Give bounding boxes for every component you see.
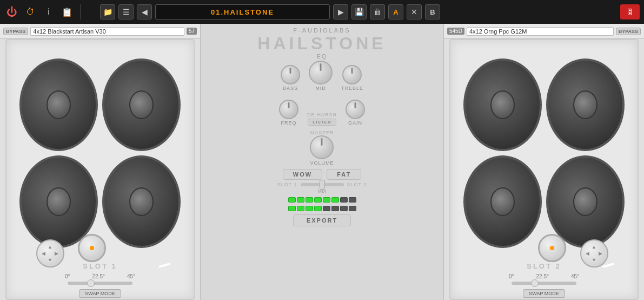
freq-group: FREQ <box>279 100 298 126</box>
slot2-speaker-1 <box>463 58 542 151</box>
deharsh-knob-row: FREQ DE-HARSH LISTEN GAIN <box>279 100 365 126</box>
vu-b3 <box>306 206 313 211</box>
slot2-mic-position-knob[interactable] <box>538 234 566 262</box>
wow-button[interactable]: WOW <box>283 169 322 180</box>
gain-knob[interactable] <box>346 100 365 119</box>
title-area: F-AUDIOLABS HaiLSTONE <box>257 27 386 54</box>
slot2-angle-45: 45° <box>571 273 579 279</box>
clock-icon[interactable]: ⏱ <box>23 4 38 19</box>
bass-knob[interactable] <box>281 65 300 84</box>
eq-label: EQ <box>317 54 327 60</box>
eq-section: EQ BASS MID TREBLE <box>281 54 363 91</box>
slot2-cab-name: 4x12 Orng Ppc G12M <box>467 27 614 36</box>
mid-label: MID <box>315 86 326 91</box>
mix-thumb[interactable] <box>320 180 325 190</box>
slot2-swap-button[interactable]: SWAP MODE <box>523 289 565 298</box>
mid-group: MID <box>309 61 333 91</box>
vu-1 <box>288 197 296 203</box>
slot1-header: BYPASS 4x12 Blackstart Artisan V30 57 <box>0 24 200 39</box>
next-button[interactable]: ▶ <box>333 4 348 19</box>
gain-group: GAIN <box>346 100 365 126</box>
slot1-swap-button[interactable]: SWAP MODE <box>79 289 121 298</box>
volume-group: VOLUME <box>310 135 334 166</box>
app-title: HaiLSTONE <box>257 34 386 54</box>
action-row: WOW FAT <box>283 169 361 180</box>
mid-knob[interactable] <box>309 61 333 84</box>
center-panel: EQ BASS MID TREBLE FR <box>200 24 444 300</box>
treble-group: TREBLE <box>341 65 363 91</box>
treble-knob[interactable] <box>342 65 362 84</box>
slot2-header: 545D 4x12 Orng Ppc G12M BYPASS <box>444 24 644 39</box>
slot2-cabinet-image: ▲ ◀▶ ▼ 0° 22.5° 45° SWAP MODE SLOT 2 <box>444 39 644 300</box>
slot1-angle-22: 22.5° <box>92 273 104 279</box>
vu-b2 <box>297 206 304 211</box>
freq-knob[interactable] <box>279 100 298 119</box>
slot1-bypass-button[interactable]: BYPASS <box>3 28 28 35</box>
volume-label: VOLUME <box>310 160 334 166</box>
slot2-angle-thumb[interactable] <box>531 279 539 287</box>
vu-5 <box>323 197 330 203</box>
prev-button[interactable]: ◀ <box>137 4 152 19</box>
vu-6 <box>331 197 339 203</box>
export-button[interactable]: EXPORT <box>293 214 351 226</box>
vu-b1 <box>288 206 296 211</box>
list-button[interactable]: ☰ <box>118 4 134 19</box>
slot1-direction-knob[interactable]: ▲ ◀▶ ▼ <box>36 239 64 268</box>
slot1-speaker-grid <box>11 50 189 257</box>
master-label: MASTER <box>310 130 334 135</box>
listen-button[interactable]: LISTEN <box>308 119 336 126</box>
slot2-angle-22: 22.5° <box>536 273 548 279</box>
vu-4 <box>314 197 322 203</box>
preset-icon[interactable]: 🎛 <box>620 4 640 19</box>
slot1-label: SLOT 1 <box>83 260 117 270</box>
slot1-angle-thumb[interactable] <box>87 279 95 287</box>
vu-b7 <box>340 206 348 211</box>
slot2-cab-num: 545D <box>447 28 464 35</box>
slot1-angle-45: 45° <box>127 273 135 279</box>
vu-meter-bottom <box>288 206 356 211</box>
vu-b6 <box>331 206 339 211</box>
power-icon[interactable]: ⏻ <box>4 4 19 19</box>
info-icon[interactable]: i <box>41 4 56 19</box>
slot2-direction-knob[interactable]: ▲ ◀▶ ▼ <box>580 239 608 268</box>
vu-3 <box>306 197 313 203</box>
delete-button[interactable]: 🗑 <box>370 4 385 19</box>
a-button[interactable]: A <box>388 4 403 19</box>
slot2-bypass-button[interactable]: BYPASS <box>616 28 641 35</box>
vu-2 <box>297 197 304 203</box>
volume-knob[interactable] <box>310 135 334 159</box>
slot2-angle-slider[interactable] <box>512 282 576 285</box>
slot1-mic-position-knob[interactable] <box>78 234 106 262</box>
slot2: 545D 4x12 Orng Ppc G12M BYPASS ▲ ◀▶ ▼ <box>444 24 644 300</box>
separator <box>80 4 81 19</box>
bass-group: BASS <box>281 65 300 91</box>
fat-button[interactable]: FAT <box>327 169 361 180</box>
ab-cross-button[interactable]: ✕ <box>407 4 422 19</box>
slot1: BYPASS 4x12 Blackstart Artisan V30 57 ▲ <box>0 24 200 300</box>
preset-display: 01.HAILSTONE <box>155 4 330 19</box>
vu-b4 <box>314 206 322 211</box>
toolbar: ⏻ ⏱ i 📋 📁 ☰ ◀ 01.HAILSTONE ▶ 💾 🗑 A ✕ B 🎛 <box>0 0 644 24</box>
b-button[interactable]: B <box>425 4 440 19</box>
bass-label: BASS <box>283 86 298 91</box>
save-button[interactable]: 💾 <box>351 4 367 19</box>
slot2-speaker-3 <box>463 155 542 248</box>
mix-slider[interactable] <box>301 183 344 186</box>
vu-7 <box>340 197 348 203</box>
mix-slot1-label: SLOT 1 <box>277 182 297 187</box>
slot1-cab-num: 57 <box>187 28 197 35</box>
slot1-angle-slider[interactable] <box>68 282 132 285</box>
mix-area: SLOT 1 SLOT 2 <box>277 182 367 187</box>
slot1-angle-0: 0° <box>65 273 70 279</box>
library-icon[interactable]: 📋 <box>59 4 75 19</box>
brand-label: F-AUDIOLABS <box>257 27 386 34</box>
slot2-angle-area: 0° 22.5° 45° SWAP MODE <box>495 273 593 298</box>
vu-meter-top <box>288 197 356 203</box>
master-section: MASTER VOLUME <box>310 128 334 166</box>
slot2-angle-0: 0° <box>509 273 514 279</box>
vu-8 <box>349 197 356 203</box>
folder-button[interactable]: 📁 <box>100 4 115 19</box>
main-area: F-AUDIOLABS HaiLSTONE BYPASS 4x12 Blacks… <box>0 24 644 300</box>
slot1-cab-name: 4x12 Blackstart Artisan V30 <box>30 27 184 36</box>
gain-label: GAIN <box>348 120 362 126</box>
